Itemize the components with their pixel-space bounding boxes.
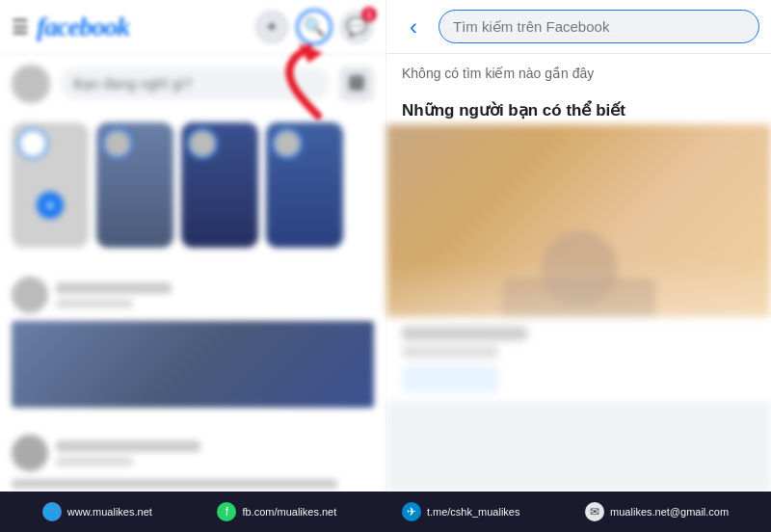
right-header: ‹ [386,0,771,54]
messenger-button[interactable]: 💬 1 [339,10,374,44]
search-button[interactable]: 🔍 [297,10,332,44]
story-row: + [0,113,386,257]
story-avatar-2 [187,128,218,159]
footer-item-website: 🌐 www.mualikes.net [42,502,152,521]
feed-avatar-1 [12,277,48,313]
feed-meta-1 [56,299,133,308]
person-card [386,317,771,402]
footer-item-telegram: ✈ t.me/cshk_mualikes [402,502,520,521]
person-name-bar [402,327,527,340]
story-add-icon: + [37,192,64,219]
person-blurred-section [386,124,771,492]
back-icon: ‹ [410,13,417,40]
feed-text-line-1 [12,479,337,489]
footer-website-text: www.mualikes.net [67,506,152,518]
person-info-right [402,327,756,392]
feed-avatar-2 [12,435,48,471]
search-icon: 🔍 [304,16,325,38]
left-panel: ☰ facebook + 🔍 💬 1 Bạn đang nghĩ gì? [0,0,386,492]
footer-email-text: mualikes.net@gmail.com [610,506,729,518]
people-section-title: Những người bạn có thể biết [386,93,771,124]
plus-icon: + [267,17,278,38]
story-card-2[interactable] [181,122,258,248]
feed-name-1 [56,282,172,294]
search-input[interactable] [439,10,759,43]
footer-telegram-text: t.me/cshk_mualikes [427,506,520,518]
post-bar: Bạn đang nghĩ gì? 🖼 [0,55,386,113]
story-avatar [17,128,48,159]
post-input[interactable]: Bạn đang nghĩ gì? [60,67,330,100]
story-avatar-1 [102,128,133,159]
whatsapp-icon: f [217,502,236,521]
feed-name-2 [56,440,200,452]
left-header: ☰ facebook + 🔍 💬 1 [0,0,386,55]
feed-user-info-2 [56,440,200,466]
user-avatar [12,65,50,103]
email-icon: ✉ [585,502,604,521]
add-button[interactable]: + [254,10,289,44]
person-silhouette-body [502,279,656,317]
messenger-badge: 1 [361,7,377,22]
feed-post-1 [0,265,386,419]
left-blurred-body: Bạn đang nghĩ gì? 🖼 + [0,55,386,492]
person-add-button[interactable] [402,365,498,392]
back-button[interactable]: ‹ [398,12,429,42]
photo-icon[interactable]: 🖼 [339,66,374,101]
main-content: ☰ facebook + 🔍 💬 1 Bạn đang nghĩ gì? [0,0,771,492]
story-avatar-3 [272,128,303,159]
footer-facebook-text: fb.com/mualikes.net [242,506,336,518]
footer: 🌐 www.mualikes.net f fb.com/mualikes.net… [0,492,771,532]
no-recent-text: Không có tìm kiếm nào gần đây [386,54,771,93]
story-card-add[interactable]: + [12,122,89,248]
photo-icon-symbol: 🖼 [349,75,364,93]
footer-item-email: ✉ mualikes.net@gmail.com [585,502,729,521]
right-panel: ‹ Không có tìm kiếm nào gần đây Những ng… [386,0,771,492]
person-photo-large [386,124,771,317]
feed-user-info-1 [56,282,172,308]
header-actions: + 🔍 💬 1 [254,10,374,44]
facebook-logo: facebook [37,12,129,42]
hamburger-icon[interactable]: ☰ [12,15,29,39]
feed-image-1 [12,321,374,408]
footer-item-facebook: f fb.com/mualikes.net [217,502,336,521]
feed-post-2 [0,423,386,492]
feed-user-row-2 [12,435,374,471]
globe-icon: 🌐 [42,502,62,521]
telegram-icon: ✈ [402,502,421,521]
person-silhouette-head [541,230,618,307]
feed-meta-2 [56,457,133,466]
story-card-3[interactable] [266,122,343,248]
story-card-1[interactable] [96,122,173,248]
person-mutual-bar [402,346,498,358]
feed-user-row-1 [12,277,374,313]
